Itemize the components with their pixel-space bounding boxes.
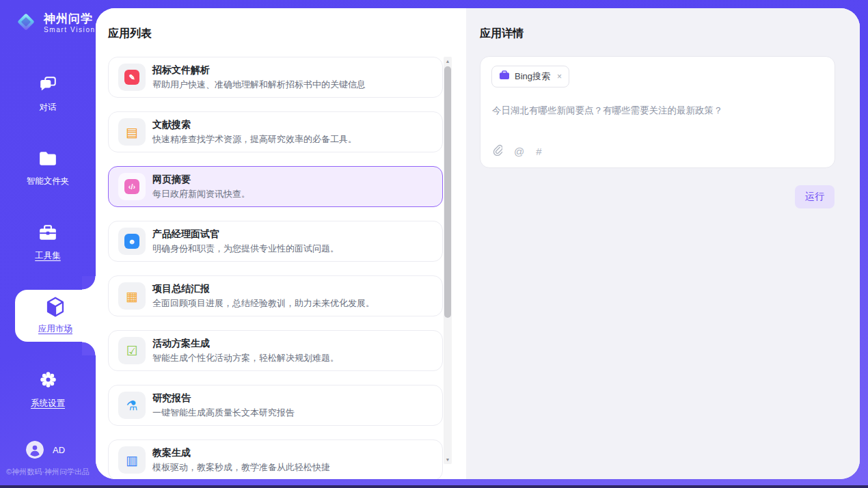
sidebar-item-smart-folder[interactable]: 智能文件夹 (0, 150, 96, 187)
app-desc: 模板驱动，教案秒成，教学准备从此轻松快捷 (152, 461, 330, 474)
close-icon[interactable]: × (557, 72, 562, 81)
sidebar-item-label: 系统设置 (31, 398, 65, 409)
attachment-toolbar: @ # (492, 144, 542, 159)
main-panel: 应用列表 ✎ 招标文件解析 帮助用户快速、准确地理解和解析招标书中的关键信息 ▤… (96, 8, 860, 479)
tab-curve-bottom (82, 342, 96, 355)
app-desc: 帮助用户快速、准确地理解和解析招标书中的关键信息 (152, 79, 366, 91)
app-card[interactable]: ⚗ 研究报告 一键智能生成高质量长文本研究报告 (108, 385, 443, 426)
app-title: 招标文件解析 (152, 64, 210, 77)
app-detail-title: 应用详情 (480, 27, 524, 41)
app-list-title: 应用列表 (108, 27, 152, 41)
toolbox-icon (38, 224, 57, 244)
app-card[interactable]: ☻ 产品经理面试官 明确身份和职责，为您提供专业性的面试问题。 (108, 221, 443, 262)
interviewer-icon: ☻ (118, 228, 146, 255)
app-title: 研究报告 (152, 392, 191, 405)
app-title: 文献搜索 (152, 119, 191, 131)
sidebar-item-settings[interactable]: 系统设置 (0, 370, 96, 409)
browser-code-icon: ‹/› (118, 173, 146, 200)
at-sign-icon[interactable]: @ (514, 146, 524, 157)
app-card[interactable]: ‹/› 网页摘要 每日政府新闻资讯快查。 (108, 166, 443, 207)
app-list-panel: 应用列表 ✎ 招标文件解析 帮助用户快速、准确地理解和解析招标书中的关键信息 ▤… (96, 8, 466, 479)
user-initials: AD (53, 445, 65, 455)
app-logo: 神州问学 Smart Vision (14, 10, 96, 37)
sidebar-item-label: 工具集 (35, 250, 61, 262)
app-card[interactable]: ▥ 教案生成 模板驱动，教案秒成，教学准备从此轻松快捷 (108, 439, 443, 479)
list-scrollbar[interactable]: ▲ ▼ (444, 57, 452, 464)
app-card[interactable]: ☑ 活动方案生成 智能生成个性化活动方案，轻松解决规划难题。 (108, 330, 443, 371)
run-button[interactable]: 运行 (795, 185, 835, 208)
clipboard-check-icon: ☑ (118, 337, 146, 364)
avatar (26, 441, 44, 459)
app-desc: 快速精准查找学术资源，提高研究效率的必备工具。 (152, 133, 357, 146)
app-title: 教案生成 (152, 447, 191, 459)
app-title: 产品经理面试官 (152, 228, 219, 241)
app-desc: 全面回顾项目进展，总结经验教训，助力未来优化发展。 (152, 297, 375, 310)
scrollbar-up-icon[interactable]: ▲ (444, 59, 452, 64)
app-desc: 智能生成个性化活动方案，轻松解决规划难题。 (152, 352, 339, 364)
brand-subtitle: Smart Vision (44, 26, 96, 33)
sidebar-item-app-market[interactable]: 应用市场 (15, 290, 96, 342)
app-desc: 每日政府新闻资讯快查。 (152, 188, 250, 200)
paperclip-icon[interactable] (492, 144, 502, 159)
app-card[interactable]: ✎ 招标文件解析 帮助用户快速、准确地理解和解析招标书中的关键信息 (108, 57, 443, 98)
bottom-edge-divider (0, 485, 868, 488)
sidebar-item-toolset[interactable]: 工具集 (0, 224, 96, 262)
book-icon: ▤ (118, 118, 146, 146)
sidebar-item-label: 对话 (40, 102, 57, 113)
brand-name: 神州问学 (44, 13, 96, 26)
app-title: 网页摘要 (152, 174, 191, 186)
brand-diamond-icon (14, 10, 38, 37)
copyright-text: ©神州数码·神州问学出品 (0, 467, 96, 477)
cube-icon (46, 297, 65, 320)
ink-bottle-icon: ⚗ (118, 392, 146, 419)
sidebar-item-chat[interactable]: 对话 (0, 75, 96, 113)
user-account[interactable]: AD (26, 441, 65, 459)
app-detail-panel: 应用详情 Bing搜索 × 今日湖北有哪些新闻要点？有哪些需要关注的最新政策？ (466, 8, 860, 479)
sidebar-item-label: 应用市场 (38, 323, 72, 335)
app-list: ✎ 招标文件解析 帮助用户快速、准确地理解和解析招标书中的关键信息 ▤ 文献搜索… (108, 57, 443, 479)
gear-icon (39, 370, 57, 392)
folder-icon (38, 150, 57, 170)
scrollbar-down-icon[interactable]: ▼ (444, 457, 452, 462)
tab-curve-top (82, 276, 96, 290)
sidebar-item-label: 智能文件夹 (27, 176, 70, 187)
hash-icon[interactable]: # (536, 146, 541, 157)
app-desc: 明确身份和职责，为您提供专业性的面试问题。 (152, 243, 339, 255)
query-input[interactable]: 今日湖北有哪些新闻要点？有哪些需要关注的最新政策？ (492, 104, 824, 118)
scrollbar-thumb[interactable] (444, 66, 451, 318)
note-icon: ▦ (118, 282, 146, 310)
app-desc: 一键智能生成高质量长文本研究报告 (152, 407, 295, 419)
app-card[interactable]: ▦ 项目总结汇报 全面回顾项目进展，总结经验教训，助力未来优化发展。 (108, 275, 443, 316)
pencil-square-icon: ✎ (118, 64, 146, 91)
briefcase-icon (499, 70, 510, 83)
app-title: 项目总结汇报 (152, 283, 210, 295)
prompt-card: Bing搜索 × 今日湖北有哪些新闻要点？有哪些需要关注的最新政策？ @ # (480, 56, 835, 168)
app-title: 活动方案生成 (152, 338, 210, 350)
chat-icon (38, 75, 57, 96)
tool-tag-label: Bing搜索 (515, 70, 550, 83)
books-icon: ▥ (118, 446, 146, 474)
app-card[interactable]: ▤ 文献搜索 快速精准查找学术资源，提高研究效率的必备工具。 (108, 111, 443, 152)
tool-tag-bing-search[interactable]: Bing搜索 × (491, 66, 569, 87)
